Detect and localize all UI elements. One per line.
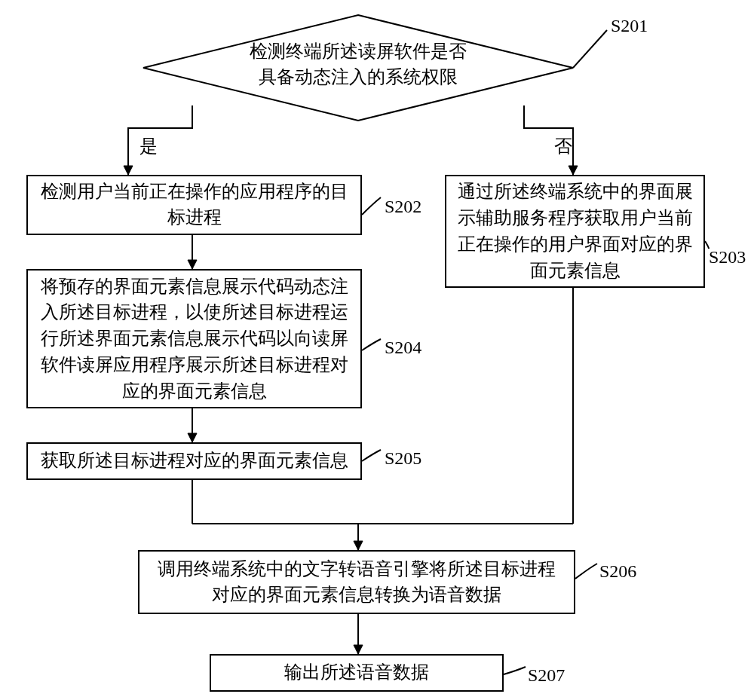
label-s207: S207 xyxy=(528,663,565,689)
decision-s201: 检测终端所述读屏软件是否 具备动态注入的系统权限 xyxy=(196,39,520,90)
label-s204: S204 xyxy=(385,335,421,361)
branch-yes: 是 xyxy=(139,134,158,160)
flowchart-canvas: 检测终端所述读屏软件是否 具备动态注入的系统权限 S201 是 否 检测用户当前… xyxy=(0,0,754,700)
label-s205: S205 xyxy=(385,446,421,472)
process-s206: 调用终端系统中的文字转语音引擎将所述目标进程 对应的界面元素信息转换为语音数据 xyxy=(138,550,575,614)
svg-marker-2 xyxy=(124,166,133,175)
svg-marker-5 xyxy=(188,260,197,269)
label-s206: S206 xyxy=(599,559,636,585)
label-s203: S203 xyxy=(709,245,746,271)
process-s204: 将预存的界面元素信息展示代码动态注 入所述目标进程，以使所述目标进程运 行所述界… xyxy=(26,269,362,408)
label-s201: S201 xyxy=(611,14,648,39)
svg-marker-3 xyxy=(569,166,578,175)
svg-marker-7 xyxy=(188,433,197,442)
process-s203: 通过所述终端系统中的界面展 示辅助服务程序获取用户当前 正在操作的用户界面对应的… xyxy=(445,175,705,288)
svg-marker-12 xyxy=(354,541,363,550)
process-s202: 检测用户当前正在操作的应用程序的目 标进程 xyxy=(26,175,362,235)
process-s205: 获取所述目标进程对应的界面元素信息 xyxy=(26,442,362,480)
svg-marker-14 xyxy=(354,645,363,654)
svg-line-1 xyxy=(573,30,607,68)
branch-no: 否 xyxy=(554,134,572,160)
process-s207: 输出所述语音数据 xyxy=(210,654,504,692)
label-s202: S202 xyxy=(385,194,421,220)
